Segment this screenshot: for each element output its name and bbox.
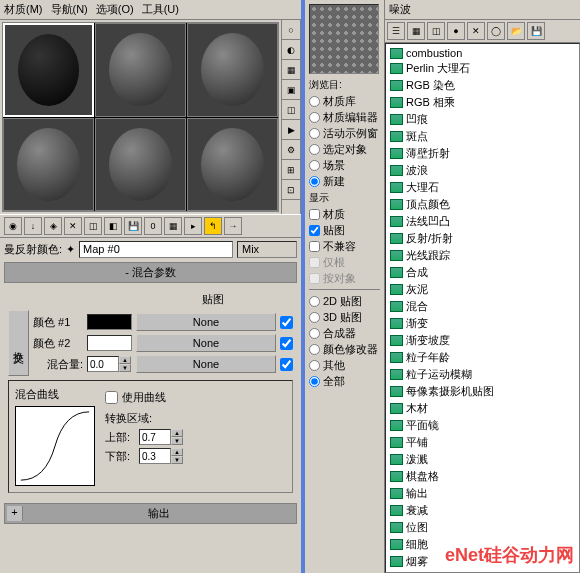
background-btn[interactable]: ▦ <box>282 60 300 80</box>
tree-item[interactable]: 每像素摄影机贴图 <box>388 383 577 400</box>
tree-item[interactable]: 薄壁折射 <box>388 145 577 162</box>
color1-enable[interactable] <box>280 316 293 329</box>
display-check-2[interactable] <box>309 241 320 252</box>
menu-options[interactable]: 选项(O) <box>96 2 134 17</box>
color1-map-btn[interactable]: None <box>136 313 276 331</box>
tree-item[interactable]: 棋盘格 <box>388 468 577 485</box>
display-check-1[interactable] <box>309 225 320 236</box>
sample-type-btn[interactable]: ○ <box>282 20 300 40</box>
reset-btn[interactable]: ✕ <box>64 217 82 235</box>
map-tree[interactable]: combustionPerlin 大理石RGB 染色RGB 相乘凹痕斑点薄壁折射… <box>385 43 580 573</box>
display-check-4[interactable] <box>309 273 320 284</box>
clear-btn[interactable]: ◯ <box>487 22 505 40</box>
expand-icon[interactable]: + <box>7 506 23 521</box>
backlight-btn[interactable]: ◐ <box>282 40 300 60</box>
mat-effects-btn[interactable]: 0 <box>144 217 162 235</box>
assign-btn[interactable]: ◈ <box>44 217 62 235</box>
go-parent-btn[interactable]: ↰ <box>204 217 222 235</box>
make-copy-btn[interactable]: ◫ <box>84 217 102 235</box>
browse-radio-0[interactable] <box>309 96 320 107</box>
type-button[interactable]: Mix <box>237 241 297 258</box>
color2-enable[interactable] <box>280 337 293 350</box>
filter-radio-0[interactable] <box>309 296 320 307</box>
delete-btn[interactable]: ✕ <box>467 22 485 40</box>
tree-item[interactable]: 木材 <box>388 400 577 417</box>
tree-item[interactable]: 细胞 <box>388 536 577 553</box>
browse-radio-4[interactable] <box>309 160 320 171</box>
view-list-btn[interactable]: ☰ <box>387 22 405 40</box>
output-header[interactable]: +输出 <box>4 503 297 524</box>
browse-radio-2[interactable] <box>309 128 320 139</box>
filter-radio-4[interactable] <box>309 360 320 371</box>
tree-item[interactable]: 平面镜 <box>388 417 577 434</box>
color2-swatch[interactable] <box>87 335 132 351</box>
tree-item[interactable]: 大理石 <box>388 179 577 196</box>
menu-navigate[interactable]: 导航(N) <box>51 2 88 17</box>
map-name-input[interactable] <box>79 241 233 258</box>
browse-radio-5[interactable] <box>309 176 320 187</box>
color1-swatch[interactable] <box>87 314 132 330</box>
filter-radio-3[interactable] <box>309 344 320 355</box>
mix-params-header[interactable]: - 混合参数 <box>4 262 297 283</box>
slot-5[interactable] <box>95 118 186 212</box>
display-check-3[interactable] <box>309 257 320 268</box>
display-check-0[interactable] <box>309 209 320 220</box>
slot-1[interactable] <box>3 23 94 117</box>
filter-radio-1[interactable] <box>309 312 320 323</box>
update-btn[interactable]: ● <box>447 22 465 40</box>
put-to-lib-btn[interactable]: 💾 <box>124 217 142 235</box>
tree-item[interactable]: 反射/折射 <box>388 230 577 247</box>
uv-tile-btn[interactable]: ▣ <box>282 80 300 100</box>
tree-item[interactable]: 输出 <box>388 485 577 502</box>
get-material-btn[interactable]: ◉ <box>4 217 22 235</box>
tree-item[interactable]: 泼溅 <box>388 451 577 468</box>
save-btn[interactable]: 💾 <box>527 22 545 40</box>
slot-6[interactable] <box>187 118 278 212</box>
amount-spinner[interactable]: ▲▼ <box>87 356 132 372</box>
tree-item[interactable]: 斑点 <box>388 128 577 145</box>
go-forward-btn[interactable]: → <box>224 217 242 235</box>
color2-map-btn[interactable]: None <box>136 334 276 352</box>
options-btn[interactable]: ⚙ <box>282 140 300 160</box>
put-to-scene-btn[interactable]: ↓ <box>24 217 42 235</box>
tree-item[interactable]: 合成 <box>388 264 577 281</box>
tree-item[interactable]: 平铺 <box>388 434 577 451</box>
tree-item[interactable]: 法线凹凸 <box>388 213 577 230</box>
slot-2[interactable] <box>95 23 186 117</box>
tree-item[interactable]: 衰减 <box>388 502 577 519</box>
video-check-btn[interactable]: ◫ <box>282 100 300 120</box>
open-btn[interactable]: 📂 <box>507 22 525 40</box>
show-end-btn[interactable]: ▸ <box>184 217 202 235</box>
view-large-btn[interactable]: ◫ <box>427 22 445 40</box>
swap-button[interactable]: 交换 <box>8 310 29 376</box>
tree-item[interactable]: 灰泥 <box>388 281 577 298</box>
mat-id-btn[interactable]: ⊡ <box>282 180 300 200</box>
tree-item[interactable]: 粒子运动模糊 <box>388 366 577 383</box>
tree-item[interactable]: 渐变坡度 <box>388 332 577 349</box>
tree-item[interactable]: 位图 <box>388 519 577 536</box>
tree-item[interactable]: Perlin 大理石 <box>388 60 577 77</box>
make-preview-btn[interactable]: ▶ <box>282 120 300 140</box>
menu-material[interactable]: 材质(M) <box>4 2 43 17</box>
select-by-mat-btn[interactable]: ⊞ <box>282 160 300 180</box>
menu-tools[interactable]: 工具(U) <box>142 2 179 17</box>
picker-icon[interactable]: ✦ <box>66 243 75 256</box>
show-in-viewport-btn[interactable]: ▦ <box>164 217 182 235</box>
tree-item[interactable]: RGB 相乘 <box>388 94 577 111</box>
filter-radio-2[interactable] <box>309 328 320 339</box>
upper-spinner[interactable]: ▲▼ <box>139 429 184 445</box>
use-curve-check[interactable] <box>105 391 118 404</box>
tree-item[interactable]: 渐变 <box>388 315 577 332</box>
curve-graph[interactable] <box>15 406 95 486</box>
tree-item[interactable]: 顶点颜色 <box>388 196 577 213</box>
amount-enable[interactable] <box>280 358 293 371</box>
slot-4[interactable] <box>3 118 94 212</box>
amount-map-btn[interactable]: None <box>136 355 276 373</box>
tree-item[interactable]: 粒子年龄 <box>388 349 577 366</box>
make-unique-btn[interactable]: ◧ <box>104 217 122 235</box>
tree-item[interactable]: 烟雾 <box>388 553 577 570</box>
tree-item[interactable]: RGB 染色 <box>388 77 577 94</box>
lower-spinner[interactable]: ▲▼ <box>139 448 184 464</box>
filter-radio-5[interactable] <box>309 376 320 387</box>
slot-3[interactable] <box>187 23 278 117</box>
